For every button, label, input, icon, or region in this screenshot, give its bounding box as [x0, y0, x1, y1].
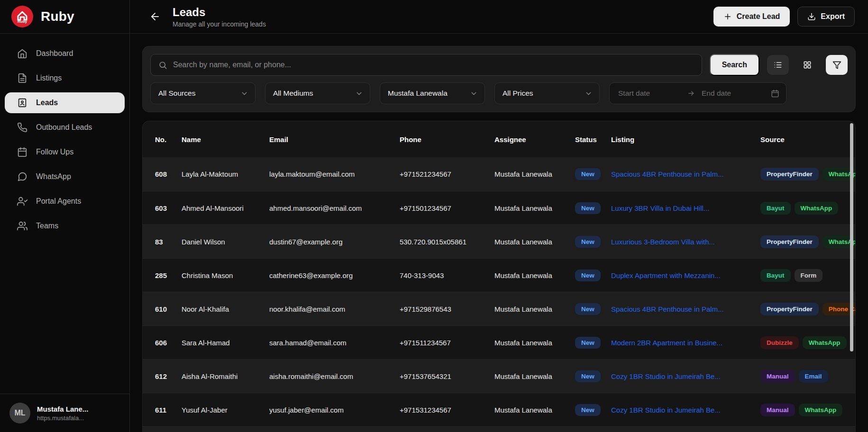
table-row[interactable]: 606Sara Al-Hamadsara.hamad@email.com+971…: [143, 325, 856, 359]
status-cell: New: [575, 337, 611, 349]
table-scrollbar[interactable]: [850, 123, 853, 351]
export-button[interactable]: Export: [797, 7, 855, 27]
listing-link[interactable]: Luxury 3BR Villa in Dubai Hill...: [611, 204, 760, 212]
listing-cell: Luxury 3BR Villa in Dubai Hill...: [611, 204, 760, 212]
sidebar-item-dashboard[interactable]: Dashboard: [5, 43, 125, 64]
sidebar-item-leads[interactable]: Leads: [5, 92, 125, 113]
status-cell: New: [575, 202, 611, 214]
table-row[interactable]: 83Daniel Wilsondustin67@example.org530.7…: [143, 225, 856, 258]
listing-link[interactable]: Cozy 1BR Studio in Jumeirah Be...: [611, 372, 760, 380]
lead-name: Christina Mason: [182, 271, 269, 279]
filter-button[interactable]: [826, 55, 848, 75]
status-badge: New: [575, 236, 601, 248]
status-cell: New: [575, 370, 611, 382]
listing-cell: Modern 2BR Apartment in Busine...: [611, 339, 760, 347]
lead-number: 612: [155, 372, 182, 380]
start-date-placeholder[interactable]: Start date: [618, 89, 681, 98]
grid-view-button[interactable]: [796, 55, 818, 75]
app-root: Ruby Ruby DashboardListingsLeadsOutbound…: [0, 0, 868, 432]
lead-assignee: Mustafa Lanewala: [494, 339, 575, 347]
table-row[interactable]: 603Ahmed Al-Mansooriahmed.mansoori@email…: [143, 191, 856, 225]
avatar[interactable]: ML: [9, 403, 30, 423]
lead-assignee: Mustafa Lanewala: [494, 170, 575, 178]
source-badge-form: Form: [795, 269, 823, 282]
lead-email: catherine63@example.org: [269, 271, 400, 279]
search-row: Search: [150, 54, 848, 76]
table-row[interactable]: 285Christina Masoncatherine63@example.or…: [143, 258, 856, 292]
content: Search: [130, 34, 868, 432]
listing-link[interactable]: Luxurious 3-Bedroom Villa with...: [611, 238, 760, 246]
lead-name: Layla Al-Maktoum: [182, 170, 269, 178]
lead-assignee: Mustafa Lanewala: [494, 305, 575, 313]
sidebar-item-label: Portal Agents: [36, 197, 81, 206]
lead-phone: +971511234567: [400, 339, 494, 347]
plus-icon: [723, 12, 732, 21]
table-row[interactable]: 608Layla Al-Maktoumlayla.maktoum@email.c…: [143, 157, 856, 191]
sidebar: Ruby Ruby DashboardListingsLeadsOutbound…: [0, 0, 130, 432]
listing-link[interactable]: Spacious 4BR Penthouse in Palm...: [611, 170, 760, 178]
table-body: 608Layla Al-Maktoumlayla.maktoum@email.c…: [143, 157, 855, 432]
list-view-button[interactable]: [767, 55, 789, 75]
calendar-icon: [17, 147, 27, 157]
column-header-no: No.: [155, 135, 182, 144]
lead-email: sara.hamad@email.com: [269, 339, 400, 347]
dropdown-all-sources[interactable]: All Sources: [150, 82, 256, 104]
table-row[interactable]: 612Aisha Al-Romaithiaisha.romaithi@email…: [143, 359, 856, 393]
dropdown-selected-value: Mustafa Lanewala: [388, 89, 448, 98]
source-badge-whatsapp: WhatsApp: [799, 404, 843, 416]
listing-link[interactable]: Duplex Apartment with Mezzanin...: [611, 271, 760, 279]
listing-cell: Duplex Apartment with Mezzanin...: [611, 271, 760, 279]
source-badge-propertyfinder: PropertyFinder: [760, 303, 819, 315]
dropdown-all-prices[interactable]: All Prices: [494, 82, 600, 104]
date-range-picker[interactable]: Start date End date: [609, 82, 786, 104]
source-cell: PropertyFinderWhatsApp: [760, 168, 856, 180]
dropdown-mustafa-lanewala[interactable]: Mustafa Lanewala: [380, 82, 485, 104]
column-header-assignee: Assignee: [494, 135, 575, 144]
create-lead-button[interactable]: Create Lead: [713, 7, 790, 27]
search-button[interactable]: Search: [710, 54, 759, 76]
column-header-status: Status: [575, 135, 611, 144]
listing-cell: Cozy 1BR Studio in Jumeirah Be...: [611, 372, 760, 380]
sidebar-item-label: Outbound Leads: [36, 123, 92, 132]
status-badge: New: [575, 202, 601, 214]
status-badge: New: [575, 303, 601, 315]
listing-link[interactable]: Cozy 1BR Studio in Jumeirah Be...: [611, 406, 760, 414]
sidebar-item-portal-agents[interactable]: Portal Agents: [5, 191, 125, 212]
status-cell: New: [575, 303, 611, 315]
back-button[interactable]: [147, 9, 163, 25]
lead-number: 606: [155, 339, 182, 347]
lead-phone: +971521234567: [400, 170, 494, 178]
lead-email: ahmed.mansoori@email.com: [269, 204, 400, 212]
listing-cell: Spacious 4BR Penthouse in Palm...: [611, 305, 760, 313]
lead-name: Noor Al-Khalifa: [182, 305, 269, 313]
profile-section[interactable]: ML Mustafa Lane... https.mustafala...: [0, 394, 129, 432]
table-row[interactable]: 611Yusuf Al-Jaberyusuf.jaber@email.com+9…: [143, 393, 856, 426]
listing-link[interactable]: Modern 2BR Apartment in Busine...: [611, 339, 760, 347]
table-header-row: No.NameEmailPhoneAssigneeStatusListingSo…: [143, 121, 856, 157]
search-input[interactable]: [173, 61, 694, 69]
end-date-placeholder[interactable]: End date: [702, 89, 764, 98]
dropdown-all-mediums[interactable]: All Mediums: [265, 82, 370, 104]
source-cell: ManualWhatsApp: [760, 404, 856, 416]
lead-number: 603: [155, 204, 182, 212]
sidebar-item-outbound-leads[interactable]: Outbound Leads: [5, 117, 125, 138]
lead-email: yusuf.jaber@email.com: [269, 406, 400, 414]
download-icon: [807, 12, 816, 21]
column-header-listing: Listing: [611, 135, 760, 144]
listing-link[interactable]: Spacious 4BR Penthouse in Palm...: [611, 305, 760, 313]
sidebar-item-whatsapp[interactable]: WhatsApp: [5, 166, 125, 187]
source-badge-whatsapp: WhatsApp: [803, 336, 847, 349]
contact-card-icon: [17, 98, 27, 108]
source-cell: PropertyFinderWhatsApp: [760, 235, 856, 248]
sidebar-item-follow-ups[interactable]: Follow Ups: [5, 142, 125, 162]
sidebar-item-label: Dashboard: [36, 49, 73, 58]
sidebar-item-label: Leads: [36, 99, 58, 107]
column-header-email: Email: [269, 135, 400, 144]
source-badge-manual: Manual: [760, 370, 795, 383]
ruby-logo-icon: Ruby: [11, 6, 33, 27]
sidebar-item-listings[interactable]: Listings: [5, 68, 125, 89]
table-row[interactable]: 610Noor Al-Khalifanoor.khalifa@email.com…: [143, 292, 856, 325]
sidebar-item-teams[interactable]: Teams: [5, 216, 125, 236]
phone-icon: [17, 122, 27, 133]
status-cell: New: [575, 236, 611, 248]
